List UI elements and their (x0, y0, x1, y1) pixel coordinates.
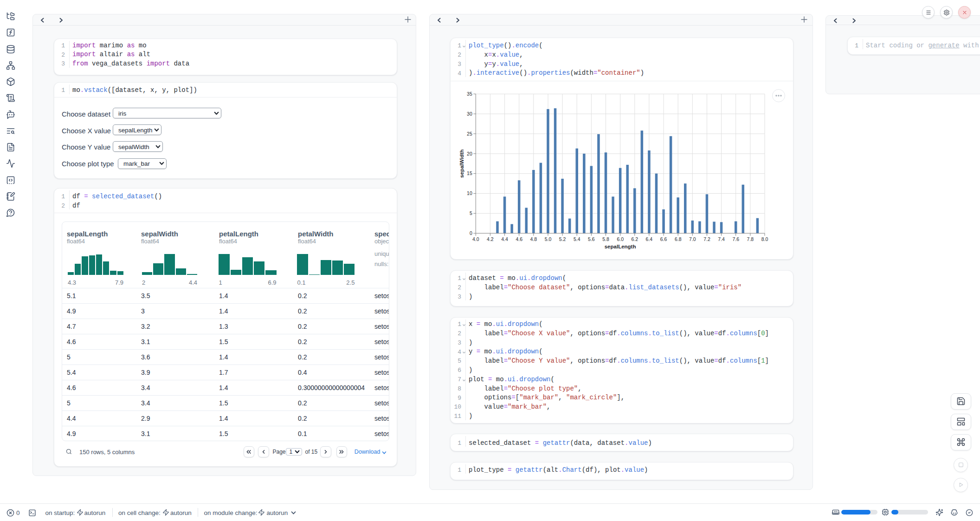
svg-text:6.8: 6.8 (675, 236, 682, 242)
svg-text:7.0: 7.0 (689, 236, 696, 242)
svg-text:5.4: 5.4 (574, 236, 580, 242)
svg-text:4.2: 4.2 (487, 236, 494, 242)
svg-text:6.0: 6.0 (617, 236, 624, 242)
svg-text:7.2: 7.2 (703, 236, 710, 242)
svg-text:5.8: 5.8 (602, 236, 609, 242)
svg-text:6.6: 6.6 (660, 236, 667, 242)
svg-text:10: 10 (467, 190, 472, 196)
svg-text:4.6: 4.6 (516, 236, 522, 242)
svg-text:7.8: 7.8 (747, 236, 754, 242)
svg-text:6.2: 6.2 (631, 236, 638, 242)
svg-text:20: 20 (467, 151, 472, 156)
svg-text:0: 0 (470, 230, 472, 236)
svg-text:25: 25 (467, 131, 472, 137)
svg-text:sepalWidth: sepalWidth (459, 150, 464, 178)
svg-text:30: 30 (467, 111, 472, 117)
svg-text:8.0: 8.0 (761, 236, 768, 242)
svg-text:7.6: 7.6 (732, 236, 739, 242)
svg-text:4.4: 4.4 (501, 236, 508, 242)
svg-text:6.4: 6.4 (646, 236, 653, 242)
svg-text:4.8: 4.8 (530, 236, 537, 242)
svg-text:7.4: 7.4 (718, 236, 725, 242)
svg-text:35: 35 (467, 91, 472, 97)
svg-text:5.2: 5.2 (559, 236, 566, 242)
svg-text:5.0: 5.0 (545, 236, 552, 242)
svg-text:15: 15 (467, 170, 472, 176)
svg-text:4.0: 4.0 (472, 236, 479, 242)
svg-text:sepalLength: sepalLength (605, 244, 636, 249)
svg-text:5: 5 (470, 210, 472, 216)
svg-text:5.6: 5.6 (588, 236, 595, 242)
